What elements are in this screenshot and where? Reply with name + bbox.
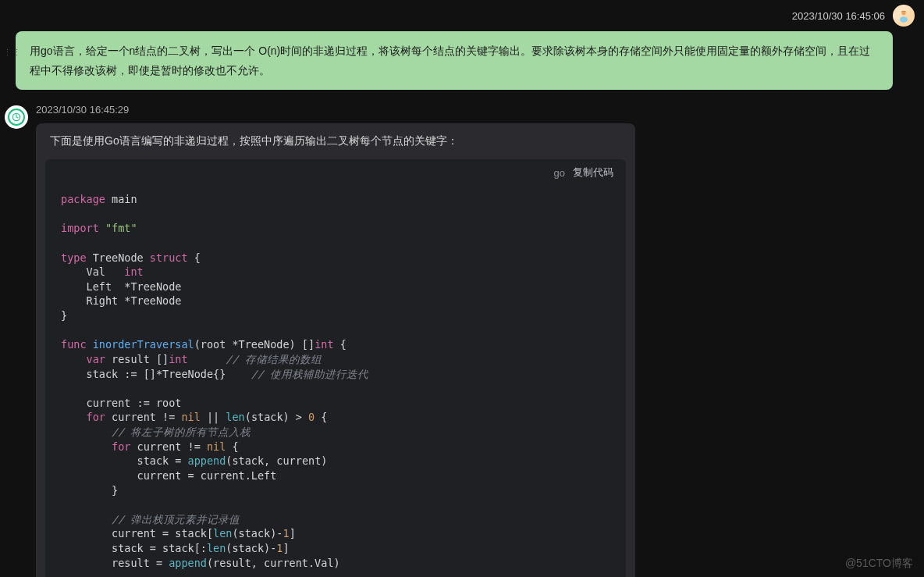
code-language-label: go: [554, 167, 565, 179]
ai-timestamp: 2023/10/30 16:45:29: [36, 104, 635, 116]
user-timestamp: 2023/10/30 16:45:06: [792, 10, 885, 22]
drag-handle-icon[interactable]: ⋮⋮: [3, 50, 22, 55]
user-message-text: 用go语言，给定一个n结点的二叉树，写出一个 O(n)时间的非递归过程，将该树每…: [30, 45, 870, 77]
user-avatar: [893, 5, 915, 27]
ai-avatar: [5, 105, 28, 129]
user-message-bubble: 用go语言，给定一个n结点的二叉树，写出一个 O(n)时间的非递归过程，将该树每…: [16, 31, 893, 90]
ai-message-bubble: 下面是使用Go语言编写的非递归过程，按照中序遍历输出二叉树每个节点的关键字： g…: [36, 123, 635, 577]
svg-point-1: [900, 16, 908, 23]
svg-point-0: [901, 11, 905, 15]
copy-code-button[interactable]: 复制代码: [573, 166, 613, 180]
code-content[interactable]: package main import "fmt" type TreeNode …: [45, 184, 626, 577]
watermark-text: @51CTO博客: [845, 557, 913, 571]
ai-intro-text: 下面是使用Go语言编写的非递归过程，按照中序遍历输出二叉树每个节点的关键字：: [36, 134, 635, 159]
code-block: go 复制代码 package main import "fmt" type T…: [45, 159, 626, 577]
